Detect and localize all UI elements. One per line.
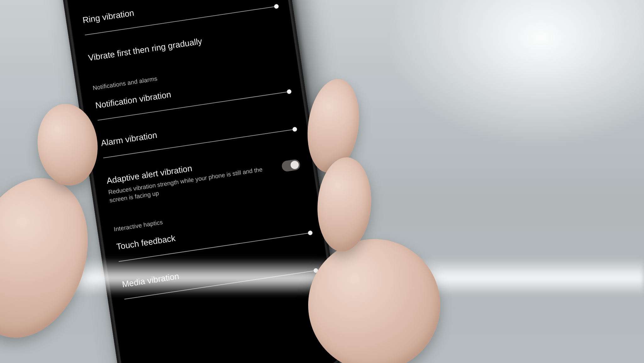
slider-thumb-icon[interactable] xyxy=(287,89,292,94)
setting-label: Notification vibration xyxy=(95,72,288,111)
slider-thumb-icon[interactable] xyxy=(314,268,319,273)
photo-scene: Ring vibration Vibrate first then ring g… xyxy=(0,0,644,363)
slider-thumb-icon[interactable] xyxy=(274,4,279,9)
setting-label: Touch feedback xyxy=(116,214,309,252)
toggle-knob-icon xyxy=(290,160,299,170)
slider-thumb-icon[interactable] xyxy=(308,231,313,236)
adaptive-alert-toggle[interactable] xyxy=(281,159,301,172)
phone-screen[interactable]: Ring vibration Vibrate first then ring g… xyxy=(61,0,341,363)
media-vibration-slider[interactable] xyxy=(124,270,316,299)
vibration-settings-list[interactable]: Ring vibration Vibrate first then ring g… xyxy=(61,0,329,310)
slider-thumb-icon[interactable] xyxy=(292,127,297,132)
phone-frame: Ring vibration Vibrate first then ring g… xyxy=(56,0,347,363)
